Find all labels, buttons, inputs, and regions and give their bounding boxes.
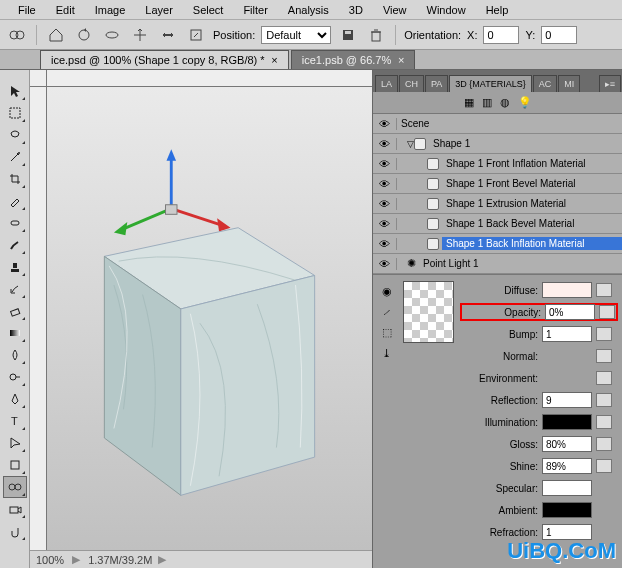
diffuse-color[interactable] [542,282,592,298]
eyedropper-tool[interactable] [3,190,27,212]
material-load-icon[interactable]: ⤓ [382,347,391,360]
position-select[interactable]: Default [261,26,331,44]
history-brush-tool[interactable] [3,278,27,300]
menu-analysis[interactable]: Analysis [278,1,339,19]
heal-tool[interactable] [3,212,27,234]
slide-icon[interactable] [157,24,179,46]
brush-tool[interactable] [3,234,27,256]
scale-icon[interactable] [185,24,207,46]
gradient-tool[interactable] [3,322,27,344]
wand-tool[interactable] [3,146,27,168]
menu-layer[interactable]: Layer [135,1,183,19]
menu-image[interactable]: Image [85,1,136,19]
reflection-value[interactable]: 9 [542,392,592,408]
toggle-icon[interactable]: ▽ [407,139,414,149]
menu-window[interactable]: Window [417,1,476,19]
doc-tab-2[interactable]: ice1.psb @ 66.7% × [291,50,416,69]
visibility-icon[interactable]: 👁 [373,178,397,190]
doc-tab-1[interactable]: ice.psd @ 100% (Shape 1 copy 8, RGB/8) *… [40,50,289,69]
tool-preset-icon[interactable] [6,24,28,46]
type-tool[interactable]: T [3,410,27,432]
panel-menu-icon[interactable]: ▸≡ [599,75,621,92]
material-drop-icon[interactable]: ⟋ [381,306,392,318]
bump-value[interactable]: 1 [542,326,592,342]
save-icon[interactable] [337,24,359,46]
blur-tool[interactable] [3,344,27,366]
illumination-color[interactable] [542,414,592,430]
shape-tool[interactable] [3,454,27,476]
path-tool[interactable] [3,432,27,454]
filter-mesh-icon[interactable]: ▥ [482,96,492,109]
y-input[interactable] [541,26,577,44]
close-icon[interactable]: × [271,54,277,66]
crop-tool[interactable] [3,168,27,190]
filter-light-icon[interactable]: 💡 [518,96,532,109]
eraser-tool[interactable] [3,300,27,322]
dodge-tool[interactable] [3,366,27,388]
illumination-texture-icon[interactable] [596,415,612,429]
diffuse-texture-icon[interactable] [596,283,612,297]
menu-edit[interactable]: Edit [46,1,85,19]
3d-object-tool[interactable] [3,476,27,498]
environment-texture-icon[interactable] [596,371,612,385]
visibility-icon[interactable]: 👁 [373,238,397,250]
scene-item-material[interactable]: 👁 Shape 1 Back Bevel Material [373,214,622,234]
menu-3d[interactable]: 3D [339,1,373,19]
opacity-texture-icon[interactable] [599,305,615,319]
ambient-color[interactable] [542,502,592,518]
x-input[interactable] [483,26,519,44]
opacity-value[interactable]: 0% [545,304,595,320]
3d-viewport[interactable] [47,87,372,550]
scene-item-material[interactable]: 👁 Shape 1 Extrusion Material [373,194,622,214]
stamp-tool[interactable] [3,256,27,278]
lasso-tool[interactable] [3,124,27,146]
tab-3d-materials[interactable]: 3D {MATERIALS} [449,75,531,92]
visibility-icon[interactable]: 👁 [373,258,397,270]
specular-color[interactable] [542,480,592,496]
scene-item-material[interactable]: 👁 Shape 1 Front Bevel Material [373,174,622,194]
material-picker-icon[interactable]: ◉ [382,285,392,298]
3d-camera-tool[interactable] [3,498,27,520]
scene-item-material[interactable]: 👁 Shape 1 Front Inflation Material [373,154,622,174]
visibility-icon[interactable]: 👁 [373,218,397,230]
tab-mini[interactable]: MI [558,75,580,92]
bump-texture-icon[interactable] [596,327,612,341]
pen-tool[interactable] [3,388,27,410]
marquee-tool[interactable] [3,102,27,124]
tab-actions[interactable]: AC [533,75,558,92]
menu-filter[interactable]: Filter [233,1,277,19]
menu-help[interactable]: Help [476,1,519,19]
normal-texture-icon[interactable] [596,349,612,363]
tab-layers[interactable]: LA [375,75,398,92]
ruler-vertical[interactable] [30,87,47,568]
canvas[interactable] [47,87,372,550]
gloss-texture-icon[interactable] [596,437,612,451]
zoom-display[interactable]: 100% [36,554,64,566]
scene-root[interactable]: 👁 Scene [373,114,622,134]
rotate-icon[interactable] [73,24,95,46]
menu-file[interactable]: File [8,1,46,19]
filter-scene-icon[interactable]: ▦ [464,96,474,109]
gloss-value[interactable]: 80% [542,436,592,452]
shine-texture-icon[interactable] [596,459,612,473]
menu-select[interactable]: Select [183,1,234,19]
visibility-icon[interactable]: 👁 [373,138,397,150]
material-select-icon[interactable]: ⬚ [382,326,392,339]
move-tool[interactable] [3,80,27,102]
pan-icon[interactable] [129,24,151,46]
visibility-icon[interactable]: 👁 [373,118,397,130]
visibility-icon[interactable]: 👁 [373,158,397,170]
scene-item-light[interactable]: 👁 ✺ Point Light 1 [373,254,622,274]
home-icon[interactable] [45,24,67,46]
tab-channels[interactable]: CH [399,75,424,92]
filter-material-icon[interactable]: ◍ [500,96,510,109]
delete-icon[interactable] [365,24,387,46]
scene-tree[interactable]: 👁 Scene 👁 ▽ Shape 1 👁 Shape 1 Front Infl… [373,114,622,275]
scene-item-material-selected[interactable]: 👁 Shape 1 Back Inflation Material [373,234,622,254]
visibility-icon[interactable]: 👁 [373,198,397,210]
hand-tool[interactable] [3,520,27,542]
scene-item-mesh[interactable]: 👁 ▽ Shape 1 [373,134,622,154]
roll-icon[interactable] [101,24,123,46]
ruler-horizontal[interactable] [47,70,372,87]
menu-view[interactable]: View [373,1,417,19]
